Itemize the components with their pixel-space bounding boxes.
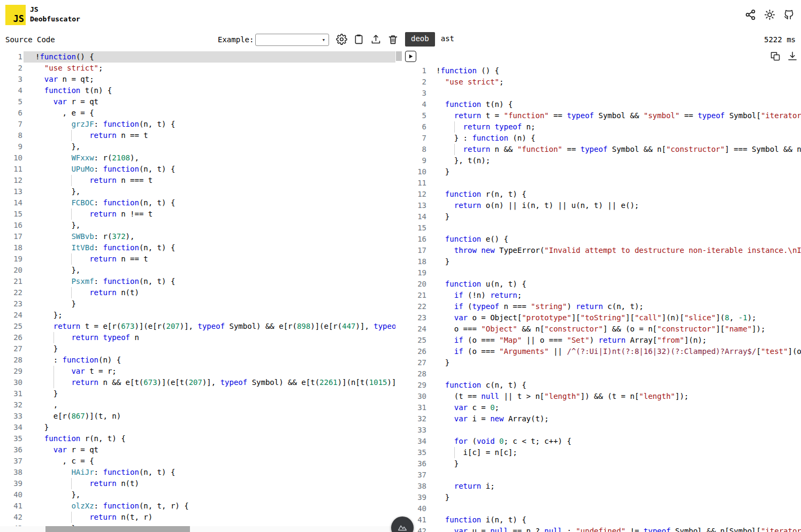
- code-line[interactable]: 25 return t = e[r(673)](e[r(207)], typeo…: [0, 321, 402, 332]
- source-editor[interactable]: 1!function() {2 "use strict";3 var n = q…: [0, 50, 402, 532]
- code-line[interactable]: 27 }: [404, 357, 801, 368]
- code-line[interactable]: 31 var c = 0;: [404, 402, 801, 413]
- code-line[interactable]: 14 }: [404, 211, 801, 222]
- tab-deob[interactable]: deob: [405, 32, 435, 47]
- code-line[interactable]: 9 }, t(n);: [404, 155, 801, 166]
- code-line[interactable]: 24 };: [0, 310, 402, 321]
- code-line[interactable]: 36 }: [404, 458, 801, 469]
- code-line[interactable]: 21 Psxmf: function(n, t) {: [0, 276, 402, 287]
- code-line[interactable]: 39 return n(t): [0, 478, 402, 489]
- code-line[interactable]: 5 var r = qt: [0, 96, 402, 107]
- code-line[interactable]: 20 function u(n, t) {: [404, 279, 801, 290]
- copy-icon[interactable]: [770, 51, 781, 61]
- code-line[interactable]: 29 var t = r;: [0, 366, 402, 377]
- code-line[interactable]: 24 o === "Object" && n["constructor"] &&…: [404, 323, 801, 335]
- code-line[interactable]: 11 UPuMo: function(n, t) {: [0, 164, 402, 175]
- code-line[interactable]: 2 "use strict";: [404, 76, 801, 88]
- code-line[interactable]: 34 }: [0, 422, 402, 433]
- code-line[interactable]: 28 : function(n) {: [0, 354, 402, 366]
- code-line[interactable]: 8 return n == t: [0, 130, 402, 141]
- code-line[interactable]: 11: [404, 178, 801, 189]
- trash-icon[interactable]: [387, 33, 399, 45]
- code-line[interactable]: 38 return i;: [404, 481, 801, 492]
- code-line[interactable]: 22 if (typeof n === "string") return c(n…: [404, 301, 801, 312]
- code-line[interactable]: 17 throw new TypeError("Invalid attempt …: [404, 245, 801, 256]
- code-line[interactable]: 37: [404, 469, 801, 481]
- code-line[interactable]: 33: [404, 425, 801, 436]
- share-icon[interactable]: [745, 9, 756, 20]
- code-line[interactable]: 37 , c = {: [0, 456, 402, 467]
- code-line[interactable]: 17 SWBvb: r(372),: [0, 231, 402, 242]
- code-line[interactable]: 10 WFxxw: r(2108),: [0, 152, 402, 164]
- code-line[interactable]: 13 },: [0, 186, 402, 197]
- code-line[interactable]: 18 }: [404, 256, 801, 267]
- code-line[interactable]: 16 function e() {: [404, 234, 801, 245]
- upload-icon[interactable]: [370, 33, 382, 45]
- code-line[interactable]: 30 (t == null || t > n["length"]) && (t …: [404, 391, 801, 402]
- code-line[interactable]: 25 if (o === "Map" || o === "Set") retur…: [404, 335, 801, 346]
- code-line[interactable]: 41 function i(n, t) {: [404, 514, 801, 526]
- code-line[interactable]: 1!function() {: [0, 51, 402, 63]
- code-line[interactable]: 41 olzXz: function(n, t, r) {: [0, 500, 402, 512]
- code-line[interactable]: 12 return n === t: [0, 175, 402, 186]
- code-line[interactable]: 18 ItVBd: function(n, t) {: [0, 242, 402, 253]
- code-line[interactable]: 7 grzJF: function(n, t) {: [0, 119, 402, 130]
- code-line[interactable]: 10 }: [404, 166, 801, 178]
- source-horizontal-scrollbar-thumb[interactable]: [45, 526, 190, 532]
- code-line[interactable]: 20 },: [0, 265, 402, 276]
- code-line[interactable]: 15: [404, 222, 801, 234]
- clipboard-icon[interactable]: [353, 33, 365, 45]
- brightness-icon[interactable]: [764, 9, 775, 20]
- code-line[interactable]: 19 return n == t: [0, 253, 402, 265]
- code-line[interactable]: 13 return o(n) || i(n, t) || u(n, t) || …: [404, 200, 801, 211]
- example-select[interactable]: ▾: [255, 34, 329, 46]
- gear-icon[interactable]: [335, 33, 348, 45]
- code-line[interactable]: 1!function () {: [404, 65, 801, 76]
- source-horizontal-scrollbar[interactable]: [0, 526, 395, 532]
- code-line[interactable]: 38 HAiJr: function(n, t) {: [0, 467, 402, 478]
- code-line[interactable]: 23 }: [0, 298, 402, 310]
- code-line[interactable]: 5 return t = "function" == typeof Symbol…: [404, 110, 801, 121]
- code-line[interactable]: 29 function c(n, t) {: [404, 380, 801, 391]
- code-line[interactable]: 7 } : function (n) {: [404, 133, 801, 144]
- code-line[interactable]: 4 function t(n) {: [404, 99, 801, 110]
- run-button[interactable]: [405, 51, 416, 62]
- code-line[interactable]: 6 return typeof n;: [404, 121, 801, 133]
- code-line[interactable]: 32 ,: [0, 399, 402, 411]
- code-line[interactable]: 26 if (o === "Arguments" || /^(?:Ui|I)nt…: [404, 346, 801, 357]
- code-line[interactable]: 4 function t(n) {: [0, 85, 402, 96]
- code-line[interactable]: 42 return n(t, r): [0, 512, 402, 523]
- code-line[interactable]: 40 },: [0, 489, 402, 500]
- code-line[interactable]: 26 return typeof n: [0, 332, 402, 343]
- download-icon[interactable]: [787, 51, 798, 61]
- code-line[interactable]: 28: [404, 368, 801, 380]
- code-line[interactable]: 35 function r(n, t) {: [0, 433, 402, 444]
- code-line[interactable]: 6 , e = {: [0, 107, 402, 119]
- github-icon[interactable]: [783, 9, 795, 20]
- code-line[interactable]: 3: [404, 88, 801, 99]
- source-vertical-scrollbar-thumb[interactable]: [396, 51, 402, 61]
- output-editor[interactable]: 1!function () {2 "use strict";34 functio…: [404, 50, 801, 532]
- code-line[interactable]: 32 var i = new Array(t);: [404, 413, 801, 425]
- code-line[interactable]: 21 if (!n) return;: [404, 290, 801, 301]
- source-vertical-scrollbar[interactable]: [395, 50, 402, 526]
- code-line[interactable]: 2 "use strict";: [0, 63, 402, 74]
- code-line[interactable]: 30 return n && e[t(673)](e[t(207)], type…: [0, 377, 402, 388]
- code-line[interactable]: 19: [404, 267, 801, 279]
- code-line[interactable]: 31 }: [0, 388, 402, 399]
- code-line[interactable]: 22 return n(t): [0, 287, 402, 298]
- code-line[interactable]: 14 FCBOC: function(n, t) {: [0, 197, 402, 209]
- code-line[interactable]: 23 var o = Object["prototype"]["toString…: [404, 312, 801, 323]
- code-line[interactable]: 39 }: [404, 492, 801, 503]
- code-line[interactable]: 33 e[r(867)](t, n): [0, 411, 402, 422]
- code-line[interactable]: 16 },: [0, 220, 402, 231]
- code-line[interactable]: 8 return n && "function" == typeof Symbo…: [404, 144, 801, 155]
- code-line[interactable]: 9 },: [0, 141, 402, 152]
- code-line[interactable]: 34 for (void 0; c < t; c++) {: [404, 436, 801, 447]
- code-line[interactable]: 3 var n = qt;: [0, 74, 402, 85]
- tab-ast[interactable]: ast: [435, 32, 460, 47]
- code-line[interactable]: 36 var r = qt: [0, 444, 402, 456]
- code-line[interactable]: 27 }: [0, 343, 402, 354]
- code-line[interactable]: 42 var u = null == n ? null : "undefined…: [404, 526, 801, 532]
- code-line[interactable]: 40: [404, 503, 801, 514]
